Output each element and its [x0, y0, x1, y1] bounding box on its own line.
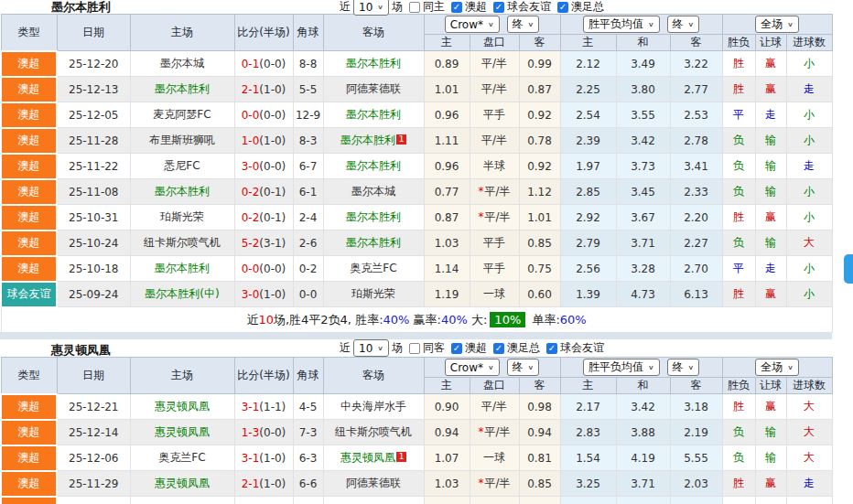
corners-cell: 8-8: [293, 51, 323, 77]
match-history-table: 类型日期主场比分(半场)角球客场Crow*∨终∨胜平负均值∨终∨全场∨主盘口客主…: [0, 14, 833, 333]
chevron-down-icon: ∨: [787, 21, 794, 28]
league-filter-checkbox[interactable]: ✓: [557, 2, 568, 13]
league-filter-checkbox[interactable]: ✓: [493, 343, 504, 354]
handicap-odds-away-cell: 0.99: [519, 51, 560, 77]
sub-column-header: 客: [519, 35, 560, 51]
result-goals-cell: [786, 497, 832, 504]
home-team-name: 惠灵顿凤凰: [155, 400, 210, 413]
result-goals-cell: 走: [786, 471, 832, 497]
avg-draw-odds-cell: 3.73: [616, 154, 670, 179]
home-team-name: 墨尔本胜利: [155, 82, 210, 95]
chevron-down-icon: ∨: [377, 345, 383, 352]
avg-final-select[interactable]: 终∨: [667, 359, 700, 376]
column-header: 日期: [57, 15, 130, 51]
chevron-down-icon: ∨: [528, 364, 534, 371]
corners-cell: 6-1: [293, 179, 323, 205]
result-scope-select-value: 全场: [761, 16, 783, 32]
avg-away-odds-cell: 3.18: [670, 394, 722, 420]
score-cell: 1-3(0-0): [234, 420, 293, 445]
chevron-down-icon: ∨: [648, 364, 654, 371]
sub-column-header: 主: [560, 378, 616, 394]
avg-away-odds-cell: 3.41: [670, 154, 722, 179]
chevron-down-icon: ∨: [488, 21, 494, 28]
handicap-line: 平手: [483, 108, 505, 121]
result-scope-select[interactable]: 全场∨: [755, 16, 799, 33]
league-filter-checkbox[interactable]: ✓: [451, 2, 462, 13]
away-team-cell: 阿德莱德联: [323, 77, 424, 102]
match-count-select[interactable]: 10∨: [353, 0, 389, 16]
match-count-select[interactable]: 10∨: [353, 339, 389, 357]
away-team-name: 珀斯光荣: [351, 287, 395, 300]
same-venue-checkbox[interactable]: [409, 2, 420, 13]
result-goals-cell: 小: [786, 205, 832, 231]
odds-final-select-value: 终: [513, 359, 524, 375]
sub-column-header: 让球: [755, 378, 786, 394]
league-filter-checkbox[interactable]: ✓: [451, 343, 462, 354]
date-cell: 25-12-05: [57, 102, 130, 128]
avg-odds-select[interactable]: 胜平负均值∨: [583, 16, 660, 33]
away-team-cell: [323, 497, 424, 504]
odds-final-select[interactable]: 终∨: [507, 16, 540, 33]
odds-company-select-value: Crow*: [450, 361, 483, 374]
avg-away-odds-cell: [670, 497, 722, 504]
sub-column-header: 让球: [755, 35, 786, 51]
league-filter-checkbox[interactable]: ✓: [546, 343, 557, 354]
floating-side-tab[interactable]: [844, 254, 853, 284]
full-time-score: 1-0: [242, 134, 260, 147]
red-card-badge: 1: [396, 134, 406, 145]
league-type-cell: 澳超: [1, 179, 57, 205]
odds-company-select[interactable]: Crow*∨: [445, 16, 500, 33]
result-handicap-cell: 赢: [755, 205, 786, 231]
avg-odds-header: 胜平负均值∨终∨: [560, 15, 722, 35]
section-title: 惠灵顿凤凰: [51, 341, 111, 359]
handicap-odds-away-cell: 0.81: [519, 445, 560, 471]
match-row: 澳超25-10-18墨尔本胜利0-0(0-0)0-2奥克兰FC1.14平手0.7…: [1, 256, 832, 282]
handicap-line: 平/半: [481, 82, 507, 95]
handicap-line-cell: 一球: [470, 445, 519, 471]
league-filter-label: 球会友谊: [507, 0, 551, 15]
away-team-cell: 墨尔本胜利: [323, 205, 424, 231]
same-venue-checkbox[interactable]: [409, 343, 420, 354]
result-scope-header: 全场∨: [722, 358, 832, 378]
corners-cell: 2-6: [293, 231, 323, 256]
sub-column-header: 主: [424, 35, 470, 51]
avg-away-odds-cell: 2.20: [670, 205, 722, 231]
odds-final-select[interactable]: 终∨: [507, 359, 540, 376]
home-team-cell: 墨尔本胜利: [130, 77, 234, 102]
avg-odds-select[interactable]: 胜平负均值∨: [583, 359, 660, 376]
handicap-line: 平手: [483, 236, 505, 249]
avg-home-odds-cell: 2.25: [560, 77, 616, 102]
column-header: 类型: [1, 358, 57, 394]
match-row: 澳超25-10-31珀斯光荣0-2(0-1)2-4墨尔本胜利0.87*平/半1.…: [1, 205, 832, 231]
home-team-name: 麦克阿瑟FC: [153, 108, 211, 121]
score-cell: 1-0(1-0): [234, 128, 293, 154]
result-handicap-cell: 赢: [755, 394, 786, 420]
avg-away-odds-cell: 2.53: [670, 102, 722, 128]
handicap-line-cell: 平/半: [470, 51, 519, 77]
date-cell: 25-12-20: [57, 51, 130, 77]
match-row: 澳超25-12-20墨尔本城0-1(0-0)8-8墨尔本胜利0.89平/半0.9…: [1, 51, 832, 77]
avg-draw-odds-cell: 3.42: [616, 394, 670, 420]
score-cell: 3-1(1-1): [234, 394, 293, 420]
league-filter-checkbox[interactable]: ✓: [493, 2, 504, 13]
avg-final-select[interactable]: 终∨: [667, 16, 700, 33]
half-time-score: (3-1): [259, 237, 286, 250]
home-team-cell: 惠灵顿凤凰: [130, 420, 234, 445]
avg-draw-odds-cell: 4.73: [616, 282, 670, 307]
chevron-down-icon: ∨: [488, 364, 494, 371]
section-title: 墨尔本胜利: [51, 0, 111, 14]
home-team-cell: 惠灵顿凤凰: [130, 471, 234, 497]
odds-company-select[interactable]: Crow*∨: [445, 359, 500, 376]
result-scope-select[interactable]: 全场∨: [755, 359, 799, 376]
header-row-groups: 类型日期主场比分(半场)角球客场Crow*∨终∨胜平负均值∨终∨全场∨: [1, 15, 832, 35]
result-goals-cell: 大: [786, 445, 832, 471]
avg-away-odds-cell: 2.33: [670, 179, 722, 205]
summary-part: 单率:: [528, 313, 560, 327]
match-row: [1, 497, 832, 504]
avg-home-odds-cell: 2.56: [560, 256, 616, 282]
match-row: 澳超25-11-28布里斯班狮吼1-0(1-0)8-3墨尔本胜利11.11平/半…: [1, 128, 832, 154]
corners-cell: 6-7: [293, 154, 323, 179]
corners-cell: 0-0: [293, 282, 323, 307]
avg-final-select-value: 终: [673, 16, 684, 32]
result-goals-cell: 大: [786, 420, 832, 445]
